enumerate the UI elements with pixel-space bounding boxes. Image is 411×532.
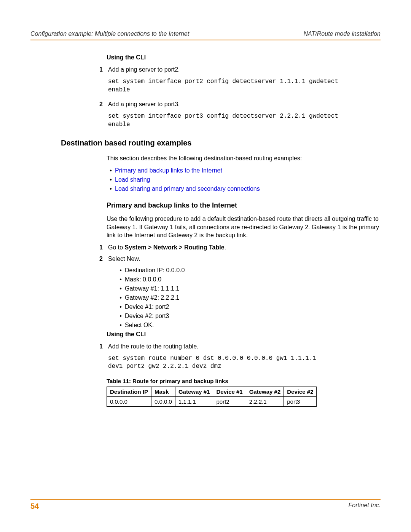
header-left: Configuration example: Multiple connecti…: [30, 30, 189, 37]
step-prefix: Go to: [108, 244, 125, 251]
list-item: •Gateway #1: 1.1.1.1: [116, 285, 381, 292]
step-text: Go to System > Network > Routing Table.: [108, 244, 381, 251]
step-text: Add the route to the routing table.: [108, 343, 381, 350]
page-footer: 54 Fortinet Inc.: [30, 499, 381, 511]
th-mask: Mask: [151, 387, 175, 396]
footer-company: Fortinet Inc.: [349, 502, 381, 511]
section-heading: Destination based routing examples: [61, 139, 381, 147]
step-row: 2 Select New.: [30, 256, 381, 262]
step-number: 2: [88, 101, 108, 108]
link-list: • Primary and backup links to the Intern…: [107, 167, 381, 192]
bullet-icon: •: [116, 285, 125, 292]
list-item: • Load sharing and primary and secondary…: [107, 185, 381, 192]
th-dest-ip: Destination IP: [107, 387, 151, 396]
step-bold: System > Network > Routing Table: [125, 244, 225, 251]
list-item: •Device #2: port3: [116, 313, 381, 320]
link-load-sharing[interactable]: Load sharing: [115, 176, 150, 183]
settings-list: •Destination IP: 0.0.0.0 •Mask: 0.0.0.0 …: [116, 267, 381, 329]
table-header-row: Destination IP Mask Gateway #1 Device #1…: [107, 387, 317, 396]
cli-heading-2: Using the CLI: [107, 331, 381, 338]
step-row: 2 Add a ping server to port3.: [30, 101, 381, 108]
step-text: Add a ping server to port3.: [108, 101, 381, 108]
link-primary-backup[interactable]: Primary and backup links to the Internet: [115, 167, 222, 174]
th-dev2: Device #2: [284, 387, 317, 396]
paragraph: This section describes the following des…: [107, 154, 381, 163]
bullet-icon: •: [116, 313, 125, 320]
list-item: •Destination IP: 0.0.0.0: [116, 267, 381, 274]
step-number: 1: [88, 244, 108, 251]
bullet-icon: •: [116, 304, 125, 310]
code-block: set system interface port2 config detect…: [108, 78, 381, 94]
step-text: Select New.: [108, 256, 381, 262]
list-text: Device #1: port2: [125, 304, 169, 310]
bullet-icon: •: [107, 176, 115, 183]
list-item: •Gateway #2: 2.2.2.1: [116, 294, 381, 301]
td-mask: 0.0.0.0: [151, 396, 175, 406]
cli-heading-1: Using the CLI: [107, 54, 381, 61]
list-text: Mask: 0.0.0.0: [125, 276, 161, 283]
td-dev1: port2: [213, 396, 246, 406]
td-gw2: 2.2.2.1: [246, 396, 284, 406]
step-row: 1 Add a ping server to port2.: [30, 66, 381, 73]
table-row: 0.0.0.0 0.0.0.0 1.1.1.1 port2 2.2.2.1 po…: [107, 396, 317, 406]
bullet-icon: •: [116, 276, 125, 283]
td-gw1: 1.1.1.1: [175, 396, 213, 406]
step-number: 1: [88, 66, 108, 73]
step-number: 2: [88, 256, 108, 262]
bullet-icon: •: [116, 322, 125, 329]
th-dev1: Device #1: [213, 387, 246, 396]
th-gw1: Gateway #1: [175, 387, 213, 396]
list-text: Gateway #2: 2.2.2.1: [125, 294, 179, 301]
paragraph: Use the following procedure to add a def…: [107, 215, 381, 240]
code-block: set system route number 0 dst 0.0.0.0 0.…: [108, 355, 381, 371]
step-row: 1 Go to System > Network > Routing Table…: [30, 244, 381, 251]
step-number: 1: [88, 343, 108, 350]
page-content: Using the CLI 1 Add a ping server to por…: [30, 54, 381, 407]
td-dest-ip: 0.0.0.0: [107, 396, 151, 406]
page-header: Configuration example: Multiple connecti…: [30, 30, 381, 40]
bullet-icon: •: [107, 185, 115, 192]
code-block: set system interface port3 config detect…: [108, 112, 381, 129]
list-text: Gateway #1: 1.1.1.1: [125, 285, 179, 292]
table-caption: Table 11: Route for primary and backup l…: [107, 378, 381, 384]
list-text: Destination IP: 0.0.0.0: [125, 267, 185, 274]
page: Configuration example: Multiple connecti…: [0, 0, 411, 532]
list-item: •Device #1: port2: [116, 304, 381, 310]
page-number: 54: [30, 502, 39, 511]
list-item: •Mask: 0.0.0.0: [116, 276, 381, 283]
list-text: Select OK.: [125, 322, 154, 329]
step-suffix: .: [225, 244, 226, 251]
list-item: • Load sharing: [107, 176, 381, 183]
th-gw2: Gateway #2: [246, 387, 284, 396]
td-dev2: port3: [284, 396, 317, 406]
link-load-sharing-primary-secondary[interactable]: Load sharing and primary and secondary c…: [115, 185, 260, 192]
subsection-heading: Primary and backup links to the Internet: [107, 201, 381, 209]
route-table: Destination IP Mask Gateway #1 Device #1…: [107, 387, 317, 407]
step-row: 1 Add the route to the routing table.: [30, 343, 381, 350]
list-item: • Primary and backup links to the Intern…: [107, 167, 381, 174]
list-text: Device #2: port3: [125, 313, 169, 320]
bullet-icon: •: [107, 167, 115, 174]
bullet-icon: •: [116, 294, 125, 301]
step-text: Add a ping server to port2.: [108, 66, 381, 73]
header-right: NAT/Route mode installation: [304, 30, 381, 37]
bullet-icon: •: [116, 267, 125, 274]
list-item: •Select OK.: [116, 322, 381, 329]
